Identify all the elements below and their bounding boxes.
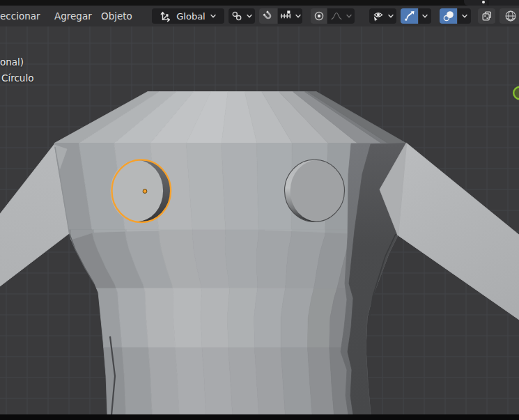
wireframe-globe-icon (504, 10, 517, 22)
snap-target-dropdown[interactable] (278, 8, 302, 24)
mesh-face-belly (173, 288, 202, 348)
overlays-toggle[interactable] (440, 8, 457, 24)
circle-object-selected[interactable] (111, 160, 171, 222)
pivot-point-icon (231, 10, 243, 22)
proportional-toggle[interactable] (311, 8, 327, 24)
viewport-text-line-1: onal) (0, 56, 24, 68)
viewport-canvas[interactable] (0, 26, 519, 414)
orientation-dropdown[interactable]: Global (152, 8, 224, 24)
axis-ball-y-green[interactable] (513, 87, 519, 100)
shading-wireframe-button[interactable] (499, 8, 519, 24)
tab-separator (488, 0, 488, 6)
chevron-down-icon (421, 13, 428, 20)
object-origin-dot[interactable] (143, 189, 147, 194)
mesh-face-chest (187, 143, 226, 231)
mesh-face-upper-belly (225, 230, 258, 288)
chevron-down-icon (346, 13, 353, 20)
editor-bottom-strip (0, 414, 519, 420)
xray-icon (481, 10, 493, 22)
mesh-face-belly (254, 288, 286, 348)
snap-toggle[interactable] (259, 8, 277, 24)
magnet-icon (262, 10, 274, 22)
gizmo-icon (403, 10, 416, 22)
unsaved-indicator-dot (482, 1, 485, 3)
mesh-face-belly (144, 288, 176, 348)
menu-objeto[interactable]: Objeto (101, 6, 132, 26)
mesh-face-lower (148, 348, 179, 414)
mesh-face-lower (175, 348, 206, 414)
mesh-face-lower (122, 348, 152, 414)
falloff-dropdown[interactable] (327, 8, 355, 24)
mesh-face-lower (254, 348, 285, 414)
visibility-dropdown[interactable] (369, 8, 396, 24)
pivot-dropdown[interactable] (228, 8, 255, 24)
blender-window: {"window":{"app":"Blender","width":745,"… (0, 0, 519, 420)
overlays-icon (442, 10, 455, 22)
viewport-header: eccionarAgregarObjetoGlobal (0, 6, 519, 26)
chevron-down-icon (387, 13, 394, 20)
mesh-face-lower (202, 348, 233, 414)
circle-object-selected-face (111, 160, 164, 221)
mesh-face-lower (228, 348, 259, 414)
chevron-down-icon (461, 13, 468, 20)
chevron-down-icon (210, 13, 217, 20)
mesh-face-lower (281, 348, 312, 414)
workspace-active-tab[interactable] (464, 0, 519, 6)
mesh-face-chest (222, 143, 258, 231)
chevron-down-icon (295, 13, 302, 20)
falloff-curve-icon (330, 10, 343, 22)
menu-agregar[interactable]: Agregar (54, 6, 92, 26)
menu-eccionar[interactable]: eccionar (0, 6, 40, 26)
workspace-tabs-strip (0, 0, 519, 6)
mesh-face-belly (201, 288, 229, 348)
mesh-face-belly (227, 288, 257, 348)
orientation-dropdown-label: Global (175, 11, 206, 22)
object-visibility-eye-icon (372, 10, 385, 22)
viewport-text-line-2: Círculo (1, 72, 33, 84)
gizmos-toggle[interactable] (401, 8, 418, 24)
gizmos-dropdown[interactable] (419, 8, 431, 24)
xray-toggle[interactable] (478, 8, 495, 24)
overlays-dropdown[interactable] (458, 8, 471, 24)
chevron-down-icon (246, 13, 253, 20)
circle-object[interactable] (285, 160, 345, 221)
proportional-editing-icon (313, 10, 325, 22)
global-axes-icon (160, 10, 172, 22)
snap-increment-icon (279, 10, 292, 22)
